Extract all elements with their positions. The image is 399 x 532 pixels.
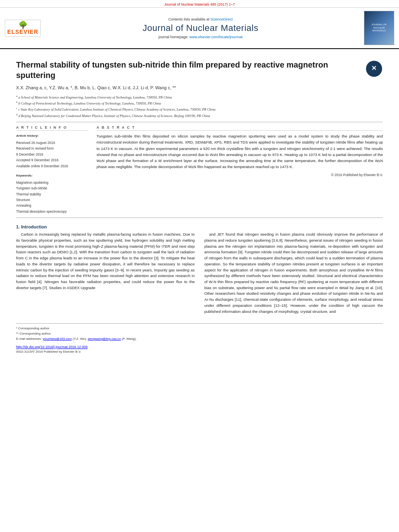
- footnote-emails: E-mail addresses: youzhiwu@163.com (Y.Z.…: [16, 337, 383, 342]
- introduction-heading: 1. Introduction: [16, 224, 383, 229]
- copyright-line: © 2016 Published by Elsevier B.V.: [97, 173, 383, 177]
- journal-thumb-text: JOURNAL OFNUCLEARMATERIALS: [372, 23, 387, 33]
- main-content: Thermal stability of tungsten sub-nitrid…: [0, 49, 399, 357]
- article-history-block: Article history: Received 26 August 2016…: [16, 133, 88, 169]
- journal-title: Journal of Nuclear Materials: [37, 23, 364, 33]
- keywords-label: Keywords:: [16, 173, 88, 179]
- affiliation-a: a a School of Materials Science and Engi…: [16, 94, 383, 100]
- introduction-section: 1. Introduction Carbon is increasingly b…: [16, 224, 383, 317]
- crossmark-icon: ✕: [366, 61, 382, 77]
- affiliation-c: c c State Key Laboratory of Solid Lubric…: [16, 106, 383, 112]
- available-online: Available online 9 December 2016: [16, 164, 68, 168]
- divider-before-introduction: [16, 218, 383, 218]
- intro-para-1: Carbon is increasingly being replaced by…: [16, 232, 195, 291]
- received-revised-label: Received in revised form: [16, 146, 54, 150]
- article-info-abstract-section: A R T I C L E I N F O Article history: R…: [16, 125, 383, 214]
- abstract-column: A B S T R A C T Tungsten sub-nitride thi…: [97, 125, 383, 214]
- footnote-area: * Corresponding author. ** Corresponding…: [16, 323, 383, 341]
- issn-line: 0022-3115/© 2016 Published by Elsevier B…: [16, 350, 383, 353]
- sciencedirect-link[interactable]: ScienceDirect: [210, 17, 233, 21]
- keyword-1: Magnetron sputtering: [16, 181, 48, 185]
- section-number: 1.: [16, 224, 20, 229]
- keyword-4: Structure: [16, 198, 30, 202]
- introduction-col-right: and JET found that nitrogen seeding in f…: [204, 232, 383, 317]
- authors-line: X.X. Zhang a, c, Y.Z. Wu a, *, B. Mu b, …: [16, 84, 383, 92]
- paper-title-text: Thermal stability of tungsten sub-nitrid…: [16, 60, 328, 80]
- footnote-corresponding-1: * Corresponding author.: [16, 326, 383, 331]
- footnote-corresponding-2: ** Corresponding author.: [16, 331, 383, 337]
- journal-homepage: journal homepage: www.elsevier.com/locat…: [37, 35, 364, 39]
- email-label: E-mail addresses:: [16, 337, 42, 341]
- doi-line: http://dx.doi.org/10.1016/j.jnucmat.2016…: [16, 345, 383, 349]
- keywords-block: Keywords: Magnetron sputtering Tungsten …: [16, 173, 88, 214]
- introduction-col-left: Carbon is increasingly being replaced by…: [16, 232, 195, 317]
- journal-homepage-link[interactable]: www.elsevier.com/locate/jnucmat: [189, 35, 243, 39]
- affiliation-b: b b College of Petrochemical Technology,…: [16, 100, 383, 106]
- elsevier-logo: 🌳 ELSEVIER: [5, 20, 37, 37]
- contents-line: Contents lists available at ScienceDirec…: [37, 17, 364, 21]
- authors-text: X.X. Zhang a, c, Y.Z. Wu a, *, B. Mu b, …: [16, 85, 176, 90]
- journal-cover-thumbnail: JOURNAL OFNUCLEARMATERIALS: [364, 11, 394, 45]
- journal-citation: Journal of Nuclear Materials 485 (2017) …: [164, 2, 235, 6]
- article-info-column: A R T I C L E I N F O Article history: R…: [16, 125, 88, 214]
- abstract-label: A B S T R A C T: [97, 125, 383, 131]
- keyword-3: Thermal stability: [16, 192, 41, 196]
- doi-link[interactable]: http://dx.doi.org/10.1016/j.jnucmat.2016…: [16, 345, 88, 349]
- paper-title-block: Thermal stability of tungsten sub-nitrid…: [16, 60, 383, 80]
- journal-citation-bar: Journal of Nuclear Materials 485 (2017) …: [0, 0, 399, 8]
- email1-author: (Y.Z. Wu),: [73, 337, 87, 341]
- history-label: Article history:: [16, 133, 88, 139]
- email2-author: (P. Wang).: [122, 337, 137, 341]
- elsevier-wordmark: ELSEVIER: [7, 29, 38, 35]
- keyword-2: Tungsten sub-nitride: [16, 186, 47, 190]
- journal-header: 🌳 ELSEVIER Contents lists available at S…: [0, 8, 399, 49]
- email2-link[interactable]: pengwang@licp.cas.cn: [88, 337, 121, 341]
- received-date: Received 26 August 2016: [16, 141, 55, 145]
- intro-para-2: and JET found that nitrogen seeding in f…: [204, 232, 383, 314]
- revised-date: 8 December 2016: [16, 152, 43, 156]
- keyword-5: Annealing: [16, 203, 31, 207]
- email1-link[interactable]: youzhiwu@163.com: [43, 337, 72, 341]
- abstract-text: Tungsten sub-nitride thin films deposite…: [97, 133, 383, 170]
- elsevier-tree-icon: 🌳: [19, 21, 27, 29]
- affiliation-d: d d Beijing National Laboratory for Cond…: [16, 113, 383, 119]
- keyword-6: Thermal desorption spectroscopy: [16, 210, 67, 214]
- article-info-label: A R T I C L E I N F O: [16, 125, 88, 131]
- divider-after-affiliations: [16, 122, 383, 122]
- introduction-body: Carbon is increasingly being replaced by…: [16, 232, 383, 317]
- section-title: Introduction: [21, 224, 47, 229]
- accepted-date: Accepted 9 December 2016: [16, 158, 58, 162]
- journal-header-center: Contents lists available at ScienceDirec…: [37, 17, 364, 39]
- affiliations-block: a a School of Materials Science and Engi…: [16, 94, 383, 119]
- crossmark-badge[interactable]: ✕: [365, 60, 383, 78]
